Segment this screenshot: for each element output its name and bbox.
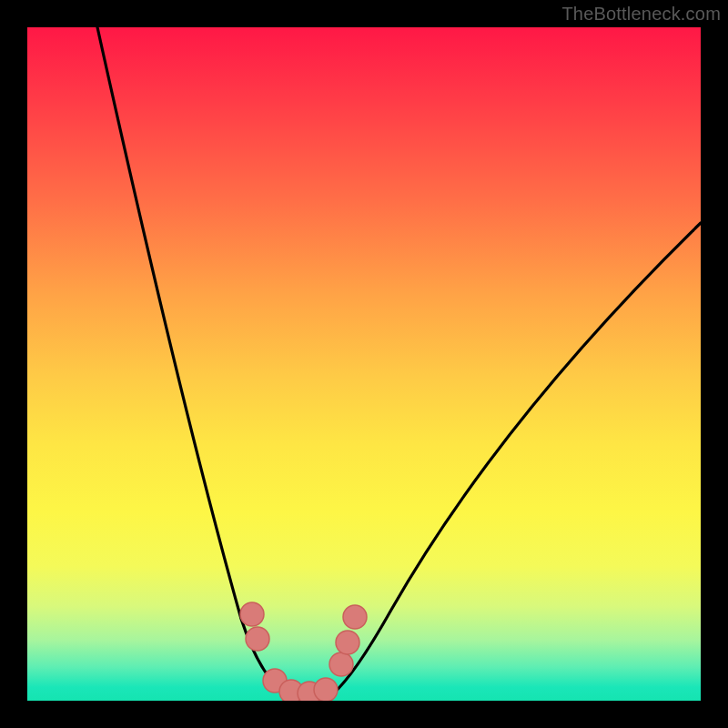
marker-group xyxy=(240,602,367,701)
data-marker xyxy=(240,602,264,626)
curve-svg xyxy=(27,27,701,701)
data-marker xyxy=(314,678,338,701)
data-marker xyxy=(246,627,269,651)
watermark-text: TheBottleneck.com xyxy=(561,4,721,25)
plot-area xyxy=(27,27,701,701)
data-marker xyxy=(336,631,359,654)
data-marker xyxy=(329,652,353,676)
data-marker xyxy=(343,605,367,629)
bottleneck-curve xyxy=(97,27,701,698)
chart-frame: TheBottleneck.com xyxy=(0,0,728,728)
